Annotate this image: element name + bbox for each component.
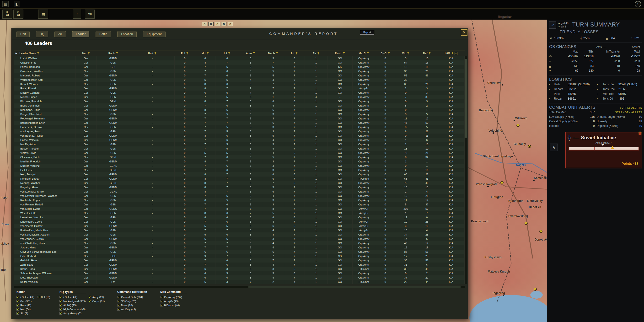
vertical-scrollbar-handle[interactable] [465,59,467,138]
table-row[interactable]: Mueller, VinzenzGerGENL-0766371GOCrp/Arm… [14,164,464,168]
filter-funnel-icon[interactable] [186,52,188,54]
column-header-vic[interactable]: Vic [395,50,416,56]
depot-icon[interactable] [500,181,504,184]
filter-funnel-icon[interactable] [428,52,431,54]
table-row[interactable]: Kleemann, UlrichGerGENM-0866671GOCrp/Arm… [14,108,464,112]
column-header-maxc[interactable]: MaxC [352,50,375,56]
filter-funnel-icon[interactable] [318,52,320,54]
table-row[interactable]: von Obstfelder, HansGerGEN-0776471GOCrp/… [14,241,464,245]
horizontal-scrollbar-handle[interactable] [248,286,460,288]
table-row[interactable]: von Kleist, EwaldGerGENO-0787871GOArmyGr… [14,206,464,211]
horizontal-scrollbar[interactable] [14,286,465,288]
checkbox-checked-icon[interactable]: ✓ [88,300,91,302]
table-row[interactable]: von Roman, RudolfGerGEN-0765371GOCrp/Arm… [14,202,464,206]
table-row[interactable]: Schneckenburger, WilhelmGerGENM-0655361G… [14,271,464,276]
tab-air[interactable]: Air [54,31,66,37]
column-header-nat[interactable]: Nat [76,50,96,56]
table-row[interactable]: Herr, TraugottGerGENM-0876661GOCrp/Army0… [14,172,464,176]
filter-funnel-icon[interactable] [116,52,118,54]
table-row[interactable]: von Seydlitz-Kurzbach, WaltherGerGEN-076… [14,194,464,198]
column-header-inf[interactable]: Inf [284,50,304,56]
checkbox-checked-icon[interactable]: ✓ [16,308,19,310]
table-row[interactable]: Harteneck, GustavGerGEN-0756371GOCrp/Arm… [14,125,464,129]
filter-checkbox-item[interactable]: ✓Corps (91) [88,299,105,303]
column-header-mrl[interactable]: Mrl [195,50,216,56]
filter-funnel-icon[interactable] [253,52,255,54]
table-row[interactable]: Nehring, WaltherGerGENL-0876761GOCrp/Arm… [14,181,464,185]
column-header-ini[interactable]: Ini [216,50,239,56]
table-row[interactable]: Weisenberger, KarlGerGEN-0554361GOCrp/Ar… [14,78,464,82]
filter-checkbox-item[interactable]: ✓Army Group (7) [60,311,86,315]
filter-checkbox-item[interactable]: ✓( Select All ) [60,295,86,299]
window-icon[interactable]: ▦ [2,1,8,7]
depot-icon[interactable] [516,124,520,127]
depot-icon[interactable] [524,222,528,225]
table-row[interactable]: Hell, ErnstGerGENL-0765371GOCrp/Army0210… [14,168,464,172]
table-row[interactable]: Matzky, GerhardGerGEN-0654471GOCrp/Army0… [14,90,464,95]
filter-checkbox-item[interactable]: ✓Slo (7) [16,311,34,315]
table-row[interactable]: Kirchner, FriedrichGerGENL-0875661GOCrp/… [14,99,464,104]
export-button[interactable]: Export [360,30,374,35]
table-row[interactable]: Gille, HerbertGerBGF-0975771SSCrp/Army01… [14,254,464,258]
table-row[interactable]: Gollnick, HansGerGENM-0765771GOCrp/Army0… [14,258,464,262]
table-row[interactable]: Graessner, WaltherGerGEN-0765571GOCrp/Ar… [14,69,464,73]
table-row[interactable]: Boege, EhrenfriedGerGEN-0756361GOCrp/Arm… [14,112,464,116]
checkbox-checked-icon[interactable]: ✓ [16,300,19,302]
table-row[interactable]: Martinek, RobertGerGENM-0765571GOCrp/Arm… [14,73,464,78]
expand-column-header[interactable]: ▶ [14,50,19,56]
tab-unit[interactable]: Unit [16,31,30,37]
checkbox-checked-icon[interactable]: ✓ [60,312,62,314]
filter-checkbox-item[interactable]: ✓High Command (5) [60,307,86,311]
filter-checkbox-item[interactable]: ✓ArmyGr (43) [160,299,182,303]
table-row[interactable]: Lieb, TheobaldGerGENM-0665471GOCrp/Army0… [14,276,464,280]
table-row[interactable]: von Luettwitz, SmiloGerGENL-0876671GOCrp… [14,190,464,194]
filter-funnel-icon[interactable] [88,52,90,54]
column-header-adm[interactable]: Adm [239,50,262,56]
table-row[interactable]: Krebs, HansGerGENM-0636361GOHiComm03648K… [14,267,464,271]
table-row[interactable]: Meindl, EugenGerGEN-0756174-Crp/Army0735… [14,95,464,99]
tab-location[interactable]: Location [117,31,137,37]
table-row[interactable]: von Leyser, ErnstGerGEN-0755371GOCrp/Arm… [14,129,464,134]
table-row[interactable]: Lindemann, GeorgGerGEN-0766471GOArmyGr01… [14,220,464,224]
table-row[interactable]: Block, JohannesGerGENM-0765471GOCrp/Army… [14,104,464,108]
filter-checkbox-item[interactable]: ✓Air Only (49) [117,307,143,311]
table-row[interactable]: Jordan, HansGerGENM-0776471GOCrp/Army015… [14,245,464,250]
filter-checkbox-item[interactable]: ✓Crp/Army (397) [160,295,182,299]
filter-funnel-icon[interactable] [276,52,278,54]
checkbox-checked-icon[interactable]: ✓ [117,296,120,298]
ai-button-1[interactable]: ◉ AI [2,10,12,19]
filter-funnel-icon[interactable] [154,52,156,54]
table-row[interactable]: Cloessner, ErichGerGENL-0765571GOCrp/Arm… [14,155,464,159]
table-row[interactable]: Raus, ErhardGerGENM-0877771GOArmyGr023KI… [14,86,464,90]
column-header-unit[interactable]: Unit [130,50,174,56]
table-row[interactable]: Busse, TheodorGerGEN-0756471GOCrp/Army01… [14,146,464,151]
ctrl-button[interactable]: ctrl [85,10,94,19]
filter-checkbox-item[interactable]: ✓( Select All ) [16,295,34,299]
filter-funnel-icon[interactable] [407,52,410,54]
checkbox-checked-icon[interactable]: ✓ [117,300,120,302]
table-row[interactable]: Vierow, ErwinGerGEN-0556461GOCrp/Army073… [14,151,464,155]
table-row[interactable]: von Kortzfleisch, JoachimGerGEN-0565371G… [14,232,464,237]
tab-equipment[interactable]: Equipment [143,31,165,37]
column-header-fate[interactable]: Fate▼ [438,50,464,56]
table-row[interactable]: Priess, HermannGerGRF-0765571SSCrp/Army0… [14,65,464,69]
tab-leader[interactable]: Leader [72,31,89,37]
table-row[interactable]: Graeser, FritzGerGEN-0876771GOCrp/Army05… [14,60,464,65]
table-row[interactable]: Hasse, WilhelmGerGENM-0766471GOCrp/Army0… [14,138,464,142]
collapse-sidebar-button[interactable]: › [635,1,641,8]
filter-checkbox-item[interactable]: ✓Ground Only (384) [117,295,143,299]
units-button[interactable]: ▤ [38,10,48,19]
checkbox-checked-icon[interactable]: ✓ [160,304,163,306]
ai-button-2[interactable]: ◎ AI [14,10,24,19]
tab-hq[interactable]: HQ [36,31,48,37]
table-row[interactable]: von Vaerst, GustavGerGENM-0555661GOArmyG… [14,224,464,228]
vertical-scrollbar[interactable] [465,56,467,284]
filter-checkbox-item[interactable]: ✓Bul (18) [37,295,50,299]
table-row[interactable]: Zorn, HansGerGENM-0765471GOCrp/Army0316K… [14,262,464,267]
table-row[interactable]: Fretter-Pico, MaximilianGerGEN-0775471GO… [14,228,464,232]
table-row[interactable]: Lucht, WaltherGerGENM-0665361GOCrp/Army0… [14,56,464,60]
table-row[interactable]: von Buenau, RudolfGerGENM-0865571GOCrp/A… [14,134,464,138]
checkbox-checked-icon[interactable]: ✓ [117,308,120,310]
move-up-button[interactable]: ↑ [73,10,81,19]
filter-funnel-icon[interactable] [388,52,390,54]
